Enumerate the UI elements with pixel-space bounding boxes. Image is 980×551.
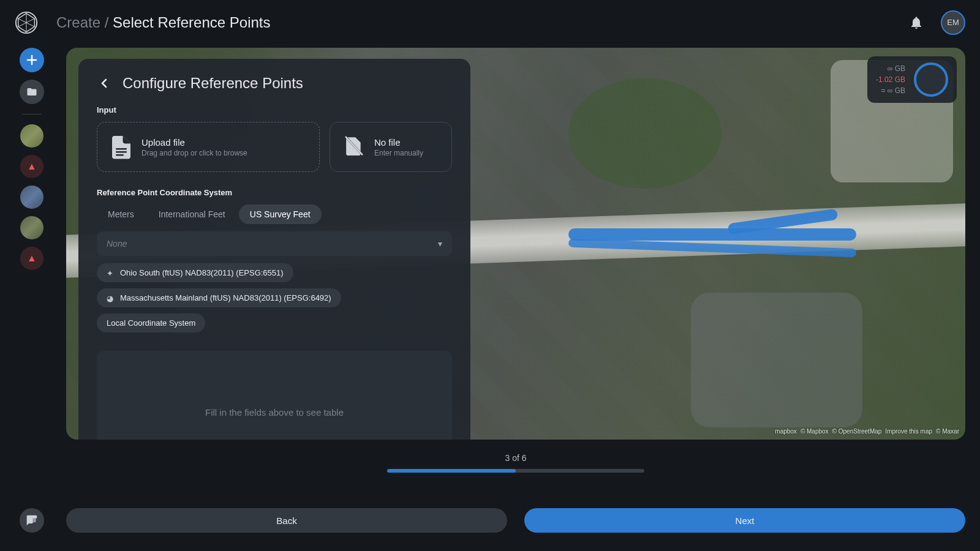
svg-rect-1 [116, 148, 127, 150]
config-panel: Configure Reference Points Input Upload … [78, 59, 470, 440]
progress-fill [387, 469, 516, 473]
main-canvas: mapbox © Mapbox © OpenStreetMap Improve … [66, 48, 965, 440]
folder-button[interactable] [20, 80, 44, 104]
notifications-icon[interactable] [909, 15, 924, 30]
panel-title: Configure Reference Points [123, 75, 303, 92]
upload-subtitle: Drag and drop or click to browse [141, 149, 247, 157]
no-file-card[interactable]: No file Enter manually [330, 122, 452, 172]
crs-chip-ohio[interactable]: ✦ Ohio South (ftUS) NAD83(2011) (EPSG:65… [97, 263, 293, 282]
upload-title: Upload file [141, 137, 247, 148]
panel-back-button[interactable] [97, 76, 111, 91]
back-button[interactable]: Back [66, 508, 507, 533]
storage-remaining: = ∞ GB [876, 85, 905, 96]
warning-icon: ▲ [27, 161, 37, 172]
avatar[interactable]: EM [941, 10, 965, 35]
crs-select[interactable]: None ▾ [97, 231, 452, 256]
storage-widget: ∞ GB -1.02 GB = ∞ GB [867, 56, 957, 103]
svg-rect-2 [116, 151, 127, 153]
crs-section-label: Reference Point Coordinate System [97, 188, 452, 197]
project-thumb-warn-2[interactable]: ▲ [20, 247, 43, 270]
nofile-subtitle: Enter manually [374, 149, 423, 157]
reference-table-placeholder: Fill in the fields above to see table [97, 351, 452, 440]
input-section-label: Input [97, 105, 452, 114]
map-attribution: mapbox © Mapbox © OpenStreetMap Improve … [775, 428, 959, 435]
tab-meters[interactable]: Meters [97, 204, 145, 224]
tab-us-survey-feet[interactable]: US Survey Feet [239, 204, 322, 224]
progress-label: 3 of 6 [66, 453, 965, 463]
warning-icon: ▲ [27, 253, 37, 264]
crs-select-placeholder: None [107, 239, 127, 249]
crs-chip-massachusetts[interactable]: ◕ Massachusetts Mainland (ftUS) NAD83(20… [97, 288, 341, 307]
storage-used: -1.02 GB [876, 74, 905, 85]
project-thumb-warn-1[interactable]: ▲ [20, 155, 43, 178]
avatar-initials: EM [947, 18, 959, 27]
breadcrumb-current: Select Reference Points [113, 14, 270, 31]
storage-gauge [914, 62, 948, 97]
sparkle-icon: ✦ [107, 269, 115, 277]
nofile-title: No file [374, 137, 423, 148]
clock-icon: ◕ [107, 294, 115, 302]
tab-international-feet[interactable]: International Feet [148, 204, 236, 224]
crs-chip-local[interactable]: Local Coordinate System [97, 313, 205, 332]
add-button[interactable] [20, 48, 44, 72]
breadcrumb-prefix: Create / [56, 14, 113, 31]
breadcrumb: Create / Select Reference Points [56, 14, 909, 31]
progress-bar [387, 469, 644, 473]
upload-file-card[interactable]: Upload file Drag and drop or click to br… [97, 122, 320, 172]
chat-button[interactable] [20, 508, 44, 533]
no-file-icon [345, 136, 363, 158]
chevron-down-icon: ▾ [438, 239, 442, 249]
file-icon [112, 136, 130, 158]
svg-rect-3 [116, 154, 124, 156]
map-annotation[interactable] [568, 228, 856, 241]
storage-total: ∞ GB [876, 63, 905, 74]
project-thumb-1[interactable] [20, 124, 43, 148]
unit-tabs: Meters International Feet US Survey Feet [97, 204, 452, 224]
app-logo[interactable] [15, 11, 38, 34]
next-button[interactable]: Next [524, 508, 965, 533]
project-thumb-3[interactable] [20, 216, 43, 239]
project-thumb-2[interactable] [20, 186, 43, 209]
rail-divider [22, 114, 42, 114]
